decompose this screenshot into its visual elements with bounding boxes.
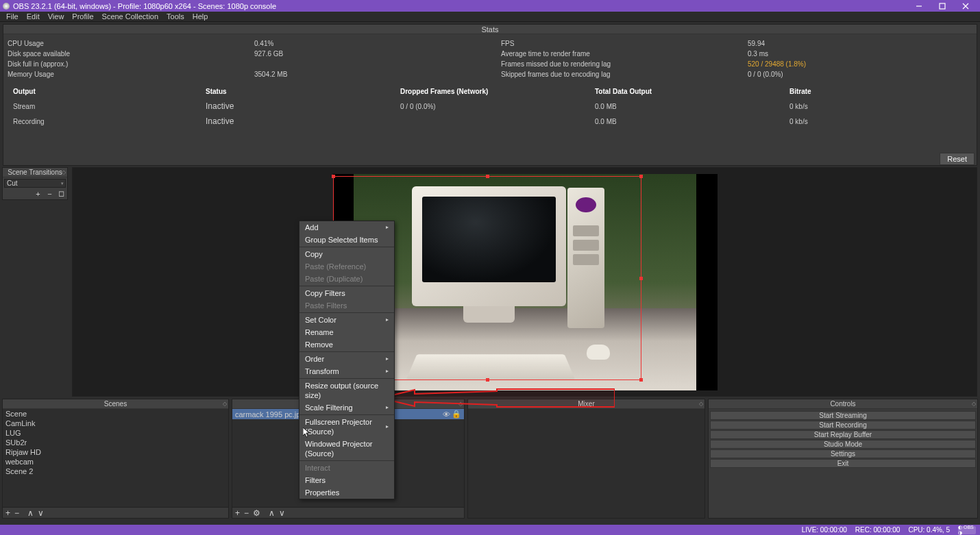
stream-status: Inactive [201,99,395,113]
status-rec: REC: 00:00:00 [855,526,901,534]
recording-bitrate: 0 kb/s [785,114,975,128]
scene-transitions-dock: Scene Transitions◇ Cut + − ◻ [2,167,68,200]
add-scene-button[interactable]: + [5,508,10,518]
stream-total: 0.0 MB [591,99,784,113]
skipped-frames-value: 0 / 0 (0.0%) [744,69,980,79]
remove-source-button[interactable]: − [244,508,249,518]
scenes-title: Scenes◇ [3,399,228,409]
ctx-properties[interactable]: Properties [299,486,394,499]
source-down-button[interactable]: ∨ [279,508,285,518]
ctx-paste-filters: Paste Filters [299,299,394,312]
add-source-button[interactable]: + [235,508,240,518]
scene-item[interactable]: Scene 2 [3,466,228,476]
menu-tools[interactable]: Tools [162,12,188,21]
mixer-panel: Mixer◇ [467,399,705,519]
ctx-resize-output[interactable]: Resize output (source size) [299,380,394,401]
sources-toolbar: + − ⚙ ∧ ∨ [232,507,464,518]
scene-item[interactable]: Scene [3,409,228,419]
eye-icon[interactable]: 👁 [443,410,450,419]
ctx-rename[interactable]: Rename [299,326,394,338]
ctx-filters[interactable]: Filters [299,474,394,486]
disk-space-value: 927.6 GB [250,49,497,59]
maximize-button[interactable] [931,0,954,12]
resize-handle[interactable] [332,175,335,178]
scene-down-button[interactable]: ∨ [38,508,44,518]
scene-item[interactable]: SUb2r [3,438,228,447]
ctx-copy[interactable]: Copy [299,248,394,260]
svg-rect-0 [940,3,945,9]
close-button[interactable] [954,0,977,12]
menu-file[interactable]: File [2,12,23,21]
menu-help[interactable]: Help [188,12,212,21]
controls-title: Controls◇ [709,399,977,409]
menu-edit[interactable]: Edit [23,12,44,21]
source-properties-button[interactable]: ⚙ [253,508,260,518]
obs-logo-icon: ◐ OBS ◑ [958,526,976,534]
resize-handle[interactable] [486,175,489,178]
cpu-usage-label: CPU Usage [3,38,250,49]
start-recording-button[interactable]: Start Recording [710,421,976,430]
fps-label: FPS [497,38,744,49]
source-up-button[interactable]: ∧ [269,508,275,518]
stats-title: Stats [3,25,977,34]
transition-properties-button[interactable]: ◻ [57,189,66,198]
memory-usage-value: 3504.2 MB [250,69,497,79]
resize-handle[interactable] [486,378,489,382]
col-output: Output [5,85,200,98]
resize-handle[interactable] [639,277,643,280]
ctx-windowed-projector[interactable]: Windowed Projector (Source) [299,438,394,460]
ctx-scale-filtering[interactable]: Scale Filtering [299,401,394,414]
scene-item[interactable]: webcam [3,457,228,466]
ctx-copy-filters[interactable]: Copy Filters [299,287,394,299]
reset-button[interactable]: Reset [940,153,975,165]
start-replay-buffer-button[interactable]: Start Replay Buffer [710,430,976,439]
stream-output: Stream [5,99,200,113]
remove-scene-button[interactable]: − [14,508,19,518]
lock-icon[interactable]: 🔒 [452,410,461,419]
skipped-frames-label: Skipped frames due to encoding lag [497,69,744,79]
minimize-button[interactable] [907,0,931,12]
scenes-list[interactable]: Scene CamLink LUG SUb2r Ripjaw HD webcam… [3,409,228,507]
source-label: carmack 1995 pc.jpg [235,410,305,419]
scene-item[interactable]: CamLink [3,419,228,428]
scene-item[interactable]: Ripjaw HD [3,447,228,457]
recording-output: Recording [5,114,200,128]
scenes-panel: Scenes◇ Scene CamLink LUG SUb2r Ripjaw H… [2,399,229,519]
menu-view[interactable]: View [44,12,69,21]
add-transition-button[interactable]: + [34,189,42,198]
ctx-fullscreen-projector[interactable]: Fullscreen Projector (Source) [299,416,394,438]
ctx-transform[interactable]: Transform [299,365,394,377]
ctx-paste-duplicate: Paste (Duplicate) [299,273,394,285]
source-context-menu: Add Group Selected Items Copy Paste (Ref… [299,221,395,499]
obs-icon [3,3,10,10]
ctx-paste-reference: Paste (Reference) [299,260,394,273]
ctx-group[interactable]: Group Selected Items [299,234,394,246]
menu-scene-collection[interactable]: Scene Collection [98,12,163,21]
remove-transition-button[interactable]: − [45,189,54,198]
scene-transitions-title: Scene Transitions◇ [3,168,67,177]
recording-dropped [396,114,589,128]
resize-handle[interactable] [639,378,643,382]
start-streaming-button[interactable]: Start Streaming [710,411,976,420]
table-row: Stream Inactive 0 / 0 (0.0%) 0.0 MB 0 kb… [5,99,975,113]
output-table: Output Status Dropped Frames (Network) T… [3,84,977,129]
scenes-toolbar: + − ∧ ∨ [3,507,228,518]
status-live: LIVE: 00:00:00 [802,526,847,534]
transition-select[interactable]: Cut [4,179,66,188]
col-status: Status [201,85,395,98]
menubar: File Edit View Profile Scene Collection … [0,12,980,22]
menu-profile[interactable]: Profile [68,12,97,21]
fps-value: 59.94 [744,38,980,49]
settings-button[interactable]: Settings [710,449,976,458]
preview-area[interactable] [72,167,977,397]
resize-handle[interactable] [639,175,643,178]
exit-button[interactable]: Exit [710,459,976,468]
ctx-add[interactable]: Add [299,221,394,234]
ctx-remove[interactable]: Remove [299,338,394,351]
ctx-set-color[interactable]: Set Color [299,314,394,326]
ctx-order[interactable]: Order [299,353,394,365]
scene-up-button[interactable]: ∧ [27,508,34,518]
mixer-body [468,409,705,518]
scene-item[interactable]: LUG [3,428,228,438]
studio-mode-button[interactable]: Studio Mode [710,440,976,449]
